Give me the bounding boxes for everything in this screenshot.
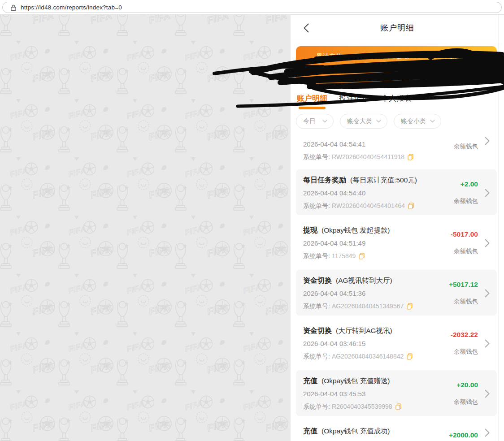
transaction-note: (每日累计充值:500元)	[350, 176, 417, 184]
chevron-right-icon	[478, 426, 490, 439]
active-tab-underline	[299, 107, 326, 109]
fifa-pattern-svg: FIFA FIFA	[0, 15, 291, 441]
filter-bar: 今日 账变大类 账变小类	[291, 109, 504, 134]
chevron-down-icon	[322, 120, 327, 123]
transaction-list: 2026-04-04 04:54:41 系统单号: RW202604040454…	[291, 134, 504, 441]
summary-column: 累计充值	[296, 52, 363, 61]
chevron-down-icon	[430, 120, 435, 123]
order-number: 1175849	[332, 251, 356, 260]
padlock-icon	[11, 4, 16, 11]
chevron-right-icon	[478, 276, 490, 311]
chevron-right-icon	[478, 376, 490, 411]
transaction-title: 充值(Okpay钱包 充值赠送)	[303, 376, 440, 385]
tab-label: 投注记录	[339, 94, 369, 103]
filter-dropdown[interactable]: 账变大类	[340, 114, 387, 129]
transaction-type: 每日任务奖励	[303, 176, 346, 184]
copy-icon[interactable]	[408, 203, 414, 209]
summary-column: 累计领取	[430, 52, 497, 61]
transaction-note: (Okpay钱包 充值赠送)	[322, 377, 390, 385]
transaction-note: (大厅转到AG视讯)	[336, 327, 392, 334]
filter-label: 今日	[303, 117, 316, 125]
chevron-left-icon	[304, 23, 309, 33]
tab-label: 个人报表	[381, 94, 412, 103]
transaction-note: (AG视讯转到大厅)	[336, 277, 392, 284]
address-bar[interactable]: https://ld48.com/reports/index?tab=0	[2, 2, 502, 13]
transaction-type: 充值	[303, 427, 317, 435]
transaction-datetime: 2026-04-04 04:51:36	[303, 289, 440, 298]
order-number: RW202604040454401464	[332, 201, 405, 210]
filter-dropdown[interactable]: 今日	[296, 114, 334, 129]
url-text: https://ld48.com/reports/index?tab=0	[21, 4, 122, 11]
transaction-title: 资金切换(AG视讯转到大厅)	[303, 276, 440, 285]
order-number: AG202604040451349567	[332, 302, 404, 311]
summary-label: 累计提现	[363, 52, 430, 61]
order-number-label: 系统单号:	[303, 302, 330, 311]
transaction-title: 充值(Okpay钱包 充值成功)	[303, 426, 440, 436]
transaction-row[interactable]: 资金切换(AG视讯转到大厅) 2026-04-04 04:51:36 系统单号:…	[296, 270, 497, 316]
transaction-row[interactable]: 充值(Okpay钱包 充值成功) 系统单号: +2000.00	[296, 420, 497, 441]
transaction-note: (Okpay钱包 发起提款)	[322, 226, 390, 234]
wallet-label: 余额钱包	[454, 398, 478, 406]
chevron-down-icon	[376, 120, 381, 123]
wallet-label: 余额钱包	[454, 198, 478, 205]
tab-label: 账户明细	[297, 94, 327, 103]
transaction-amount: +2.00	[461, 180, 478, 188]
transaction-type: 提现	[303, 226, 317, 234]
account-detail-panel: 账户明细 累计充值 累计提现 累计领取 账户明细 投注记录 个人报表 今日 账变…	[291, 15, 504, 441]
transaction-row[interactable]: 充值(Okpay钱包 充值赠送) 2026-04-04 03:45:53 系统单…	[296, 370, 497, 416]
transaction-datetime: 2026-04-04 03:45:53	[303, 389, 440, 398]
copy-icon[interactable]	[359, 253, 365, 259]
fifa-watermark-background: FIFA FIFA	[0, 15, 291, 441]
copy-icon[interactable]	[395, 403, 401, 410]
copy-icon[interactable]	[407, 303, 413, 310]
transaction-amount: -2032.22	[451, 331, 478, 339]
filter-label: 账变小类	[401, 117, 426, 125]
tab-2[interactable]: 投注记录	[339, 93, 369, 109]
tab-bar: 账户明细 投注记录 个人报表	[291, 93, 504, 109]
order-number-label: 系统单号:	[303, 251, 330, 260]
summary-column: 累计提现	[363, 52, 430, 61]
summary-label: 累计领取	[430, 52, 497, 61]
transaction-amount: -5017.00	[451, 230, 478, 238]
transaction-amount: +20.00	[456, 381, 478, 389]
scrollbar[interactable]	[498, 15, 504, 441]
transaction-type: 资金切换	[303, 327, 332, 334]
wallet-label: 余额钱包	[454, 143, 478, 150]
chevron-right-icon	[478, 326, 490, 361]
wallet-label: 余额钱包	[454, 348, 478, 355]
transaction-row[interactable]: 资金切换(大厅转到AG视讯) 2026-04-04 03:46:15 系统单号:…	[296, 320, 497, 366]
transaction-row[interactable]: 每日任务奖励(每日累计充值:500元) 2026-04-04 04:54:40 …	[296, 169, 497, 215]
transaction-note: (Okpay钱包 充值成功)	[322, 427, 390, 435]
order-number: AG202604040346148842	[332, 352, 404, 361]
order-number: R2604040345539998	[332, 402, 392, 411]
tab-1[interactable]: 账户明细	[297, 93, 327, 109]
page-title: 账户明细	[380, 22, 414, 33]
chevron-right-icon	[478, 136, 490, 161]
filter-dropdown[interactable]: 账变小类	[394, 114, 441, 129]
filter-label: 账变大类	[347, 117, 372, 125]
transaction-title: 每日任务奖励(每日累计充值:500元)	[303, 175, 440, 185]
wallet-label: 余额钱包	[454, 248, 478, 255]
back-button[interactable]	[300, 22, 312, 34]
summary-label: 累计充值	[296, 52, 363, 61]
transaction-datetime: 2026-04-04 04:54:41	[303, 140, 440, 149]
transaction-amount: +5017.12	[449, 281, 478, 289]
panel-header: 账户明细	[291, 15, 504, 41]
summary-card: 累计充值 累计提现 累计领取	[296, 46, 497, 84]
chevron-right-icon	[478, 225, 490, 260]
transaction-datetime: 2026-04-04 04:54:40	[303, 189, 440, 198]
order-number-label: 系统单号:	[303, 201, 330, 210]
transaction-title: 资金切换(大厅转到AG视讯)	[303, 326, 440, 335]
transaction-row[interactable]: 提现(Okpay钱包 发起提款) 2026-04-04 04:51:49 系统单…	[296, 220, 497, 265]
order-number: RW202604040454411918	[332, 152, 404, 161]
browser-url-bar: https://ld48.com/reports/index?tab=0	[0, 0, 504, 15]
tab-3[interactable]: 个人报表	[381, 93, 412, 109]
transaction-datetime: 2026-04-04 03:46:15	[303, 339, 440, 348]
chevron-right-icon	[478, 175, 490, 210]
order-number-label: 系统单号:	[303, 402, 330, 411]
order-number-label: 系统单号:	[303, 352, 330, 361]
transaction-row[interactable]: 2026-04-04 04:54:41 系统单号: RW202604040454…	[296, 134, 497, 165]
transaction-type: 充值	[303, 377, 317, 385]
copy-icon[interactable]	[408, 154, 413, 160]
copy-icon[interactable]	[407, 353, 413, 360]
